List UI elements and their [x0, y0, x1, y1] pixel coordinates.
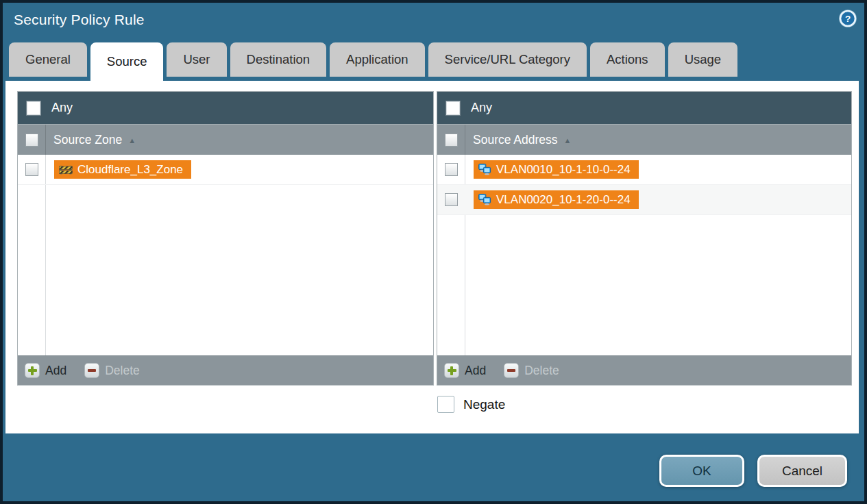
dialog-title: Security Policy Rule — [14, 12, 145, 28]
source-zone-any-row: Any — [18, 92, 433, 124]
cancel-button[interactable]: Cancel — [757, 455, 847, 487]
security-policy-rule-dialog: { "dialog": { "title": "Security Policy … — [0, 0, 867, 504]
add-label: Add — [45, 364, 66, 378]
negate-checkbox[interactable] — [437, 396, 454, 413]
tab-usage[interactable]: Usage — [668, 42, 737, 77]
tab-service-url-category[interactable]: Service/URL Category — [428, 42, 587, 77]
ok-button[interactable]: OK — [659, 455, 744, 487]
list-item: VLAN0020_10-1-20-0--24 — [437, 185, 851, 215]
tab-label: User — [183, 52, 210, 67]
delete-label: Delete — [524, 364, 559, 378]
row-checkbox[interactable] — [25, 163, 38, 176]
delete-button[interactable]: Delete — [504, 363, 559, 378]
zone-chip[interactable]: Cloudflare_L3_Zone — [54, 160, 191, 179]
tab-application[interactable]: Application — [330, 42, 425, 77]
tab-label: Usage — [685, 52, 721, 67]
negate-row: Negate — [437, 396, 505, 413]
row-checkbox[interactable] — [445, 193, 458, 206]
negate-label: Negate — [463, 397, 505, 412]
address-icon — [478, 164, 491, 175]
list-item: Cloudflare_L3_Zone — [18, 155, 433, 185]
add-icon — [25, 363, 40, 378]
source-zone-select-all-checkbox[interactable] — [25, 134, 38, 147]
sort-ascending-icon: ▲ — [564, 135, 572, 144]
add-icon — [444, 363, 459, 378]
list-item: VLAN0010_10-1-10-0--24 — [437, 155, 851, 185]
source-address-column-header[interactable]: Source Address ▲ — [437, 124, 851, 155]
source-zone-footer: Add Delete — [18, 355, 433, 385]
help-icon[interactable]: ? — [838, 9, 857, 28]
source-address-select-all-checkbox[interactable] — [445, 134, 458, 147]
source-address-panel: Any Source Address ▲ VLAN0010_10-1-10-0-… — [437, 91, 852, 386]
source-zone-list: Cloudflare_L3_Zone — [18, 155, 433, 355]
delete-icon — [504, 363, 519, 378]
svg-text:?: ? — [845, 14, 851, 24]
address-icon — [478, 194, 491, 205]
delete-label: Delete — [105, 364, 140, 378]
delete-icon — [84, 363, 99, 378]
tab-label: General — [25, 52, 71, 67]
tab-source[interactable]: Source — [90, 42, 164, 81]
tab-label: Application — [346, 52, 408, 67]
sort-ascending-icon: ▲ — [128, 135, 136, 144]
source-address-any-row: Any — [437, 92, 851, 124]
source-zone-any-checkbox[interactable] — [26, 101, 41, 116]
tab-bar: General Source User Destination Applicat… — [5, 42, 737, 81]
add-button[interactable]: Add — [444, 363, 486, 378]
source-zone-column-header[interactable]: Source Zone ▲ — [18, 124, 433, 155]
tab-actions[interactable]: Actions — [590, 42, 665, 77]
address-name: VLAN0020_10-1-20-0--24 — [496, 193, 631, 207]
delete-button[interactable]: Delete — [84, 363, 140, 378]
any-label: Any — [51, 101, 73, 115]
zone-icon — [59, 164, 73, 175]
source-address-list: VLAN0010_10-1-10-0--24 VLAN0020_10-1-20-… — [437, 155, 851, 355]
source-address-footer: Add Delete — [437, 355, 851, 385]
tab-user[interactable]: User — [167, 42, 226, 77]
add-button[interactable]: Add — [25, 363, 66, 378]
tab-destination[interactable]: Destination — [230, 42, 327, 77]
any-label: Any — [471, 101, 492, 115]
tab-label: Actions — [607, 52, 648, 67]
tab-label: Source — [107, 54, 147, 69]
source-zone-panel: Any Source Zone ▲ — [17, 91, 434, 386]
address-name: VLAN0010_10-1-10-0--24 — [496, 163, 631, 177]
source-address-any-checkbox[interactable] — [445, 101, 461, 116]
column-header-label: Source Address — [473, 133, 558, 147]
tab-label: Service/URL Category — [445, 52, 570, 67]
zone-name: Cloudflare_L3_Zone — [77, 163, 183, 177]
select-all-cell — [437, 125, 465, 155]
tab-label: Destination — [247, 52, 310, 67]
address-chip[interactable]: VLAN0020_10-1-20-0--24 — [474, 190, 639, 209]
address-chip[interactable]: VLAN0010_10-1-10-0--24 — [474, 160, 639, 179]
add-label: Add — [465, 364, 486, 378]
tab-general[interactable]: General — [9, 42, 87, 77]
select-all-cell — [18, 125, 46, 155]
row-checkbox[interactable] — [445, 163, 458, 176]
column-header-label: Source Zone — [53, 133, 122, 147]
